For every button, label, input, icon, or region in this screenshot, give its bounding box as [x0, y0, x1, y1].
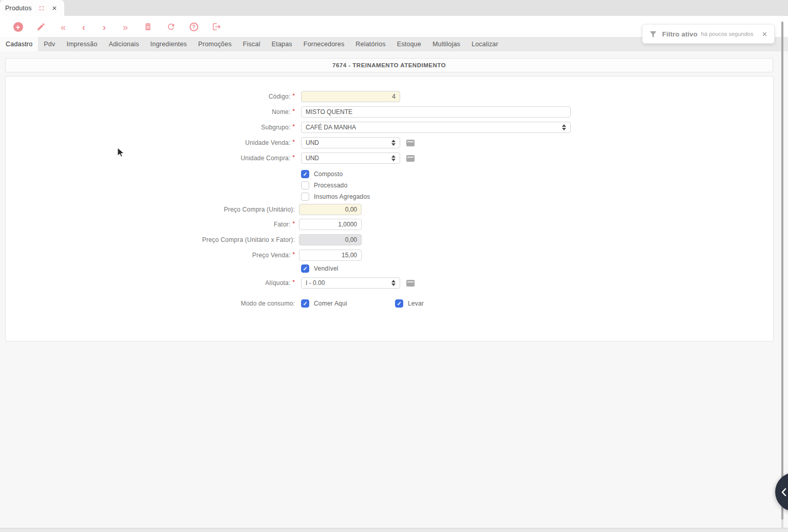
fullscreen-button[interactable]	[38, 5, 45, 12]
field-row-preco-compra-fator: Preço Compra (Unitário x Fator):	[6, 234, 773, 245]
select-arrows-icon	[391, 155, 396, 161]
aliquota-value: I - 0.00	[306, 279, 387, 287]
processado-checkbox-box[interactable]: ✓	[301, 181, 309, 189]
subgrupo-label: Subgrupo:	[261, 124, 290, 131]
preco-compra-unitario-label: Preço Compra (Unitário):	[224, 206, 295, 213]
first-record-button[interactable]: «	[57, 21, 69, 33]
tab-cadastro[interactable]: Cadastro	[0, 37, 38, 51]
composto-checkbox-box[interactable]: ✓	[301, 170, 309, 178]
fator-label: Fator:	[274, 221, 291, 228]
tab-promocoes[interactable]: Promoções	[193, 37, 237, 51]
tab-estoque[interactable]: Estoque	[391, 37, 427, 51]
tab-adicionais[interactable]: Adicionais	[103, 37, 145, 51]
fator-input[interactable]	[299, 219, 362, 230]
window-close-button[interactable]	[51, 5, 58, 11]
help-button[interactable]: ?	[187, 21, 200, 33]
filter-toast-close-button[interactable]	[761, 31, 768, 37]
required-asterisk: *	[293, 123, 295, 129]
tab-localizar[interactable]: Localizar	[466, 37, 504, 51]
insumos-agregados-checkbox[interactable]: ✓ Insumos Agregados	[301, 193, 370, 201]
record-title: 7674 - TREINAMENTO ATENDIMENTO	[332, 62, 446, 68]
unidade-venda-label: Unidade Venda:	[245, 139, 290, 146]
checkbox-row-composto: ✓ Composto	[6, 169, 773, 179]
tab-relatorios[interactable]: Relatórios	[350, 37, 391, 51]
unidade-compra-label: Unidade Compra:	[240, 155, 290, 162]
tab-pdv[interactable]: Pdv	[38, 37, 61, 51]
fullscreen-icon	[38, 5, 45, 12]
field-row-nome: Nome:*	[6, 106, 773, 118]
chevron-left-icon	[781, 488, 786, 497]
tab-fiscal[interactable]: Fiscal	[237, 37, 266, 51]
unidade-compra-value: UND	[306, 155, 387, 162]
nome-input[interactable]	[301, 106, 571, 118]
preco-venda-label: Preço Venda:	[252, 252, 290, 259]
codigo-input[interactable]	[301, 91, 400, 102]
composto-label: Composto	[314, 170, 343, 178]
preco-compra-fator-input	[299, 234, 362, 245]
preco-compra-unitario-input[interactable]	[299, 204, 362, 215]
codigo-label: Código:	[269, 93, 291, 100]
levar-checkbox-box[interactable]: ✓	[395, 299, 403, 308]
refresh-button[interactable]	[165, 21, 177, 33]
unidade-compra-select[interactable]: UND	[301, 153, 400, 164]
check-icon: ✓	[303, 301, 307, 307]
select-arrows-icon	[391, 140, 396, 146]
last-record-button[interactable]: »	[119, 21, 132, 33]
comer-aqui-checkbox-box[interactable]: ✓	[301, 299, 309, 308]
delete-button[interactable]	[142, 21, 154, 33]
required-asterisk: *	[293, 92, 295, 99]
refresh-icon	[166, 22, 176, 31]
close-icon	[761, 31, 768, 37]
composto-checkbox[interactable]: ✓ Composto	[301, 170, 343, 178]
next-record-button[interactable]: ›	[98, 21, 110, 33]
select-arrows-icon	[391, 280, 396, 286]
modo-consumo-label: Modo de consumo:	[241, 300, 295, 307]
add-button[interactable]: +	[12, 21, 24, 33]
processado-checkbox[interactable]: ✓ Processado	[301, 181, 347, 189]
tab-fornecedores[interactable]: Fornecedores	[298, 37, 350, 51]
tab-impressao[interactable]: Impressão	[61, 37, 103, 51]
field-row-aliquota: Alíquota:* I - 0.00	[6, 277, 773, 289]
tab-etapas[interactable]: Etapas	[266, 37, 298, 51]
comer-aqui-label: Comer Aqui	[314, 300, 347, 307]
field-row-codigo: Código:*	[6, 91, 773, 102]
insumos-agregados-checkbox-box[interactable]: ✓	[301, 193, 309, 201]
unidade-venda-select[interactable]: UND	[301, 137, 400, 148]
preco-venda-input[interactable]	[299, 250, 362, 261]
tab-ingredientes[interactable]: Ingredientes	[145, 37, 193, 51]
field-row-subgrupo: Subgrupo:* CAFÉ DA MANHA	[6, 122, 773, 133]
previous-record-button[interactable]: ‹	[78, 21, 90, 33]
logout-icon	[212, 22, 221, 31]
vendivel-checkbox[interactable]: ✓ Vendível	[301, 264, 339, 273]
vendivel-checkbox-box[interactable]: ✓	[301, 264, 309, 273]
field-row-unidade-venda: Unidade Venda:* UND	[6, 137, 773, 148]
funnel-icon	[649, 30, 658, 39]
edit-button[interactable]	[35, 21, 47, 33]
required-asterisk: *	[293, 220, 295, 226]
exit-button[interactable]	[211, 21, 223, 33]
comer-aqui-checkbox[interactable]: ✓ Comer Aqui	[301, 299, 347, 308]
scrollbar-thumb[interactable]	[781, 22, 783, 520]
window-tab-produtos[interactable]: Produtos	[0, 0, 64, 16]
checkbox-row-insumos: ✓ Insumos Agregados	[6, 192, 773, 201]
last-icon: »	[123, 22, 128, 32]
record-header: 7674 - TREINAMENTO ATENDIMENTO	[5, 58, 773, 72]
check-icon: ✓	[303, 172, 307, 177]
unidade-compra-lookup-icon[interactable]	[406, 155, 415, 162]
aliquota-select[interactable]: I - 0.00	[301, 277, 400, 289]
aliquota-lookup-icon[interactable]	[406, 280, 415, 287]
subgrupo-select[interactable]: CAFÉ DA MANHA	[301, 122, 571, 133]
levar-checkbox[interactable]: ✓ Levar	[395, 299, 424, 308]
trash-icon	[143, 22, 153, 31]
close-icon	[51, 5, 58, 11]
nome-label: Nome:	[272, 108, 290, 116]
field-row-preco-compra-unitario: Preço Compra (Unitário):	[6, 204, 773, 215]
required-asterisk: *	[293, 279, 295, 285]
filter-active-toast: Filtro ativo há poucos segundos	[642, 24, 775, 44]
aliquota-label: Alíquota:	[265, 279, 290, 287]
tab-multilojas[interactable]: Multilojas	[427, 37, 466, 51]
collapse-panel-fab[interactable]	[775, 472, 788, 511]
unidade-venda-lookup-icon[interactable]	[406, 140, 415, 146]
check-icon: ✓	[397, 301, 401, 307]
required-asterisk: *	[293, 251, 295, 257]
